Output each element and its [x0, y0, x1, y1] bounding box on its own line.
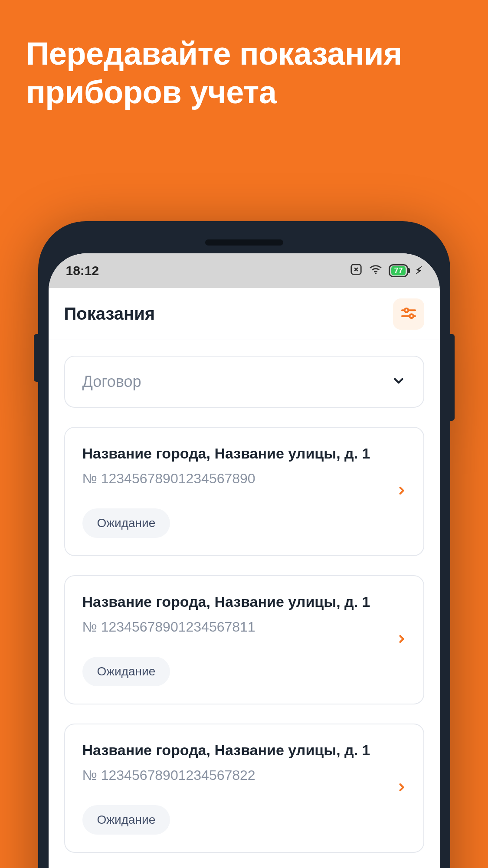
promo-line1: Передавайте показания — [26, 36, 402, 72]
chevron-right-icon — [396, 633, 408, 647]
meter-card[interactable]: Название города, Название улицы, д. 1 № … — [64, 724, 424, 853]
contract-dropdown[interactable]: Договор — [64, 356, 424, 408]
dropdown-label: Договор — [82, 373, 141, 391]
charging-icon: ⚡︎ — [415, 265, 422, 277]
wifi-icon — [369, 262, 383, 279]
svg-point-5 — [409, 314, 413, 318]
status-badge: Ожидание — [82, 805, 170, 835]
chevron-right-icon — [396, 781, 408, 795]
status-time: 18:12 — [66, 263, 99, 278]
close-box-icon — [350, 263, 363, 279]
battery-level: 77 — [391, 266, 405, 275]
card-address: Название города, Название улицы, д. 1 — [82, 593, 406, 610]
status-badge: Ожидание — [82, 508, 170, 538]
card-contract-number: № 12345678901234567890 — [82, 471, 406, 487]
meter-card[interactable]: Название города, Название улицы, д. 1 № … — [64, 575, 424, 704]
sliders-icon — [400, 305, 417, 324]
card-contract-number: № 12345678901234567811 — [82, 619, 406, 635]
meter-card[interactable]: Название города, Название улицы, д. 1 № … — [64, 427, 424, 556]
phone-mockup: 18:12 — [38, 221, 450, 868]
filter-button[interactable] — [393, 298, 424, 330]
svg-point-3 — [404, 308, 408, 312]
status-badge: Ожидание — [82, 657, 170, 686]
status-bar: 18:12 — [49, 253, 440, 288]
battery-icon: 77 — [389, 264, 408, 277]
card-address: Название города, Название улицы, д. 1 — [82, 742, 406, 759]
svg-point-1 — [375, 272, 377, 274]
page-title: Показания — [64, 304, 155, 324]
chevron-right-icon — [396, 485, 408, 498]
app-bar: Показания — [49, 288, 440, 340]
card-address: Название города, Название улицы, д. 1 — [82, 445, 406, 462]
chevron-down-icon — [391, 373, 406, 390]
card-contract-number: № 12345678901234567822 — [82, 767, 406, 783]
promo-line2: приборов учета — [26, 74, 276, 110]
promo-title: Передавайте показания приборов учета — [0, 0, 488, 112]
